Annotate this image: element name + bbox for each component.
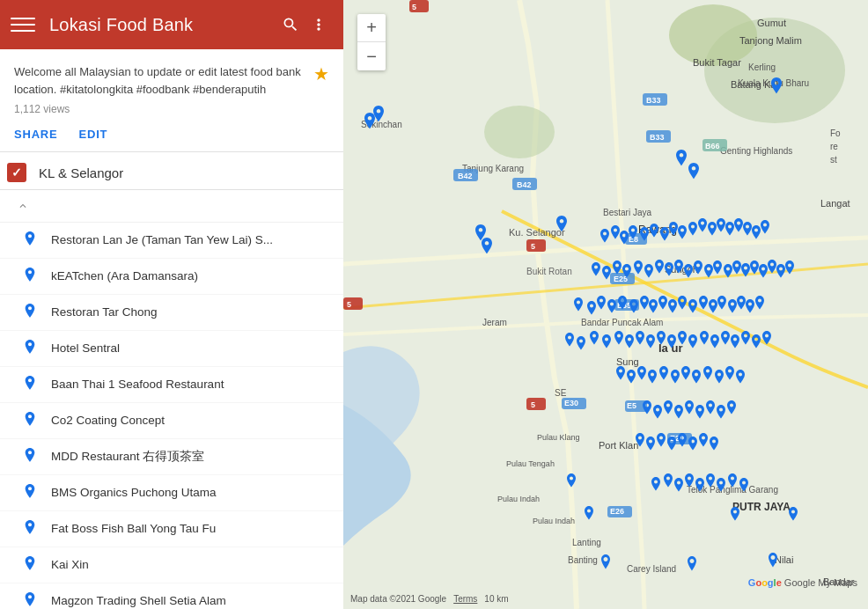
pin-icon xyxy=(21,376,39,393)
app-title: Lokasi Food Bank xyxy=(49,15,276,35)
svg-text:Gumut: Gumut xyxy=(757,18,786,28)
svg-text:E30: E30 xyxy=(564,399,578,407)
terms-link[interactable]: Terms xyxy=(453,594,477,604)
svg-text:re: re xyxy=(830,142,838,151)
item-name: BMS Organics Puchong Utama xyxy=(51,485,217,502)
map-attribution: Map data ©2021 Google Terms 10 km xyxy=(350,594,509,604)
app-header: Lokasi Food Bank xyxy=(0,0,343,49)
item-name: Restoran Lan Je (Taman Tan Yew Lai) S... xyxy=(51,232,273,249)
pin-icon xyxy=(21,231,39,249)
svg-rect-70 xyxy=(526,239,546,252)
pin-icon xyxy=(21,340,39,357)
list-item[interactable]: Kai Xin xyxy=(0,547,343,583)
svg-text:Lanting: Lanting xyxy=(572,538,601,547)
chevron-up-icon xyxy=(14,197,32,215)
svg-text:Ku. Selangor: Ku. Selangor xyxy=(509,227,565,238)
svg-text:B33: B33 xyxy=(646,96,661,105)
item-name: Restoran Tar Chong xyxy=(51,304,158,321)
pin-icon xyxy=(21,268,39,285)
svg-text:Nilai: Nilai xyxy=(775,554,793,565)
svg-text:Fo: Fo xyxy=(830,128,841,138)
item-name: MDD Restaurant 右得顶茶室 xyxy=(51,449,204,466)
pin-icon xyxy=(21,556,39,574)
svg-text:Bestari Jaya: Bestari Jaya xyxy=(603,208,651,217)
more-options-icon[interactable] xyxy=(305,11,333,39)
pin-icon xyxy=(21,412,39,429)
pin-icon xyxy=(21,484,39,502)
item-name: Baan Thai 1 Seafood Restaurant xyxy=(51,377,224,393)
edit-button[interactable]: EDIT xyxy=(79,124,108,144)
svg-text:st: st xyxy=(830,155,837,165)
svg-text:B33: B33 xyxy=(650,133,665,142)
svg-point-6 xyxy=(484,106,555,158)
item-name: Co2 Coating Concept xyxy=(51,413,165,429)
zoom-out-button[interactable]: − xyxy=(357,42,386,70)
svg-text:Port Klan: Port Klan xyxy=(599,440,638,451)
svg-text:5: 5 xyxy=(347,300,351,309)
list-item[interactable]: Restoran Lan Je (Taman Tan Yew Lai) S... xyxy=(0,223,343,259)
pin-icon xyxy=(21,592,39,609)
list-item[interactable]: Fat Boss Fish Ball Yong Tau Fu xyxy=(0,511,343,547)
svg-text:E26: E26 xyxy=(610,507,624,516)
search-icon[interactable] xyxy=(276,11,305,39)
star-icon[interactable]: ★ xyxy=(313,63,329,84)
subcategory-expand-row[interactable] xyxy=(0,190,343,223)
item-name: Kai Xin xyxy=(51,557,89,574)
zoom-in-button[interactable]: + xyxy=(357,14,386,42)
svg-text:Sung: Sung xyxy=(616,356,639,367)
list-item[interactable]: Co2 Coating Concept xyxy=(0,403,343,439)
pin-icon xyxy=(21,448,39,466)
svg-text:E5: E5 xyxy=(627,401,636,410)
info-section: Welcome all Malaysian to update or edit … xyxy=(0,49,343,152)
svg-text:Pulau Indah: Pulau Indah xyxy=(497,495,540,503)
svg-text:Banting: Banting xyxy=(568,555,598,565)
category-label: KL & Selangor xyxy=(39,165,329,180)
list-item[interactable]: Restoran Tar Chong xyxy=(0,295,343,331)
svg-text:PUTR JAYA: PUTR JAYA xyxy=(732,501,791,513)
item-name: Magzon Trading Shell Setia Alam xyxy=(51,593,226,609)
svg-text:Bandar Puncak Alam: Bandar Puncak Alam xyxy=(581,318,663,327)
item-name: kEATchen (Ara Damansara) xyxy=(51,268,198,285)
svg-text:Langat: Langat xyxy=(820,198,850,209)
item-name: Fat Boss Fish Ball Yong Tau Fu xyxy=(51,521,216,538)
svg-text:5: 5 xyxy=(531,400,535,409)
svg-text:Genting Highlands: Genting Highlands xyxy=(720,146,792,156)
category-header: KL & Selangor xyxy=(0,152,343,190)
map-section[interactable]: Ku. Selangor Bukit Rotan Jeram Bandar Pu… xyxy=(343,0,868,609)
scale-label: 10 km xyxy=(484,594,508,604)
item-name: Hotel Sentral xyxy=(51,341,120,357)
pin-icon xyxy=(21,520,39,538)
list-item[interactable]: kEATchen (Ara Damansara) xyxy=(0,259,343,295)
info-description: Welcome all Malaysian to update or edit … xyxy=(14,63,306,98)
google-maps-logo: Google Google My Maps xyxy=(748,577,857,588)
menu-icon[interactable] xyxy=(11,12,35,37)
svg-text:Bukit Rotan: Bukit Rotan xyxy=(526,267,572,276)
svg-text:Kerling: Kerling xyxy=(748,62,776,72)
svg-text:Tanjong Malim: Tanjong Malim xyxy=(739,35,802,46)
views-count: 1,112 views xyxy=(14,103,329,115)
svg-rect-72 xyxy=(526,398,546,410)
svg-text:B42: B42 xyxy=(517,180,532,189)
share-button[interactable]: SHARE xyxy=(14,124,58,144)
svg-text:B66: B66 xyxy=(705,142,720,150)
map-controls: + − xyxy=(357,14,386,70)
list-section: KL & Selangor Restoran Lan Je (Taman Tan… xyxy=(0,152,343,609)
list-item[interactable]: BMS Organics Puchong Utama xyxy=(0,475,343,511)
svg-text:5: 5 xyxy=(531,242,535,251)
list-item[interactable]: Magzon Trading Shell Setia Alam xyxy=(0,583,343,609)
svg-text:Carey Island: Carey Island xyxy=(627,564,676,574)
list-item[interactable]: MDD Restaurant 右得顶茶室 xyxy=(0,439,343,475)
svg-text:Pulau Indah: Pulau Indah xyxy=(533,517,575,525)
category-checkbox[interactable] xyxy=(7,163,26,182)
svg-text:Bukit Tagar: Bukit Tagar xyxy=(693,57,741,68)
svg-text:Jeram: Jeram xyxy=(482,318,507,327)
svg-text:5: 5 xyxy=(412,3,416,11)
my-maps-label: Google My Maps xyxy=(784,577,857,588)
list-item[interactable]: Baan Thai 1 Seafood Restaurant xyxy=(0,367,343,403)
pin-icon xyxy=(21,304,39,321)
left-panel: Lokasi Food Bank Welcome all Malaysian t… xyxy=(0,0,343,609)
svg-text:Pulau Klang: Pulau Klang xyxy=(537,433,580,442)
list-item[interactable]: Hotel Sentral xyxy=(0,331,343,367)
svg-text:SE: SE xyxy=(555,388,567,398)
attribution-text: Map data ©2021 Google xyxy=(350,594,446,604)
